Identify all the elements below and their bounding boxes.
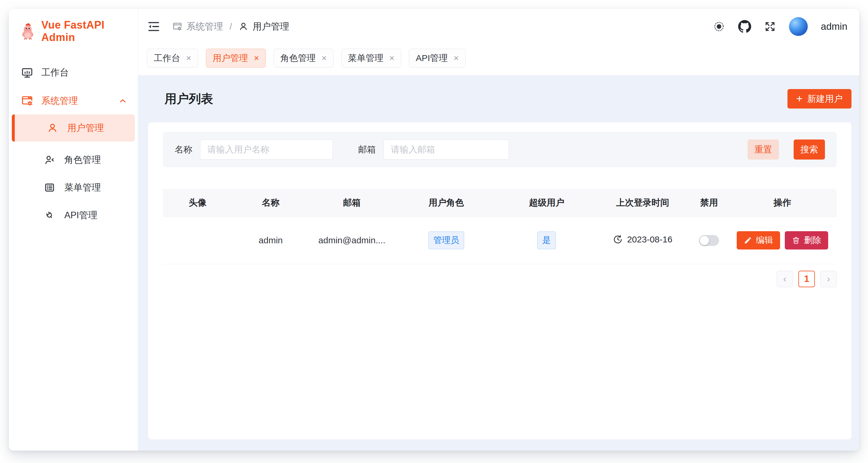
reset-button[interactable]: 重置	[748, 139, 779, 160]
tab-roles[interactable]: 角色管理 ×	[274, 49, 334, 68]
tab-menus[interactable]: 菜单管理 ×	[341, 49, 402, 68]
name-filter-input[interactable]	[200, 139, 333, 160]
cell-avatar	[163, 217, 232, 264]
col-avatar: 头像	[163, 189, 232, 217]
breadcrumb-item-users[interactable]: 用户管理	[238, 20, 289, 33]
window-gear-icon	[172, 22, 182, 32]
tab-label: 工作台	[154, 52, 180, 64]
sidebar-item-roles[interactable]: 角色管理	[9, 151, 135, 169]
main-area: 系统管理 / 用户管理	[138, 9, 859, 451]
col-actions: 操作	[728, 189, 837, 217]
api-plug-icon	[43, 210, 56, 221]
email-filter-label: 邮箱	[358, 144, 376, 156]
sidebar-item-users[interactable]: 用户管理	[12, 114, 135, 141]
theme-toggle-sun-icon[interactable]	[713, 20, 725, 33]
app-window: Vue FastAPI Admin 工作台	[9, 9, 859, 451]
tab-label: 角色管理	[280, 52, 316, 64]
role-icon	[43, 154, 56, 165]
username[interactable]: admin	[821, 21, 847, 32]
close-icon[interactable]: ×	[454, 54, 459, 63]
sidebar-item-label: 菜单管理	[64, 181, 101, 194]
sidebar-item-label: 用户管理	[67, 122, 104, 134]
clock-history-icon	[613, 234, 623, 244]
tab-bar: 工作台 × 用户管理 × 角色管理 × 菜单管理 × API管理 ×	[138, 44, 859, 75]
table-header-row: 头像 名称 邮箱 用户角色 超级用户 上次登录时间 禁用 操作	[163, 189, 837, 217]
cell-role: 管理员	[395, 217, 498, 264]
tab-workbench[interactable]: 工作台 ×	[147, 49, 198, 68]
chevron-up-icon	[118, 96, 127, 105]
cell-actions: 编辑 删除	[728, 217, 837, 264]
tab-label: 菜单管理	[348, 52, 383, 64]
sidebar: Vue FastAPI Admin 工作台	[9, 9, 138, 451]
sidebar-item-label: 工作台	[41, 66, 69, 79]
edit-button[interactable]: 编辑	[737, 231, 780, 250]
topbar-actions: admin	[713, 17, 847, 36]
content-area: 用户列表 + 新建用户 名称 邮箱 重置 搜索	[138, 75, 859, 451]
prev-page-button[interactable]: ‹	[777, 271, 793, 287]
sidebar-item-system[interactable]: 系统管理	[9, 91, 135, 110]
cell-disabled	[690, 217, 728, 264]
trash-icon	[792, 236, 800, 244]
screenshot-canvas: Vue FastAPI Admin 工作台	[0, 0, 868, 463]
role-badge: 管理员	[428, 232, 464, 249]
page-header: 用户列表 + 新建用户	[148, 75, 851, 122]
user-icon	[46, 122, 59, 134]
col-name: 名称	[232, 189, 309, 217]
page-title: 用户列表	[165, 91, 213, 107]
user-icon	[238, 22, 248, 32]
col-superuser: 超级用户	[498, 189, 595, 217]
name-filter-label: 名称	[175, 144, 192, 156]
next-page-button[interactable]: ›	[820, 271, 837, 287]
col-last-login: 上次登录时间	[595, 189, 690, 217]
new-user-button[interactable]: + 新建用户	[787, 89, 851, 108]
tab-api[interactable]: API管理 ×	[409, 49, 466, 68]
close-icon[interactable]: ×	[321, 54, 327, 63]
tab-users[interactable]: 用户管理 ×	[206, 49, 266, 68]
sidebar-item-workbench[interactable]: 工作台	[9, 63, 135, 82]
topbar: 系统管理 / 用户管理	[138, 9, 859, 44]
email-filter-input[interactable]	[383, 139, 509, 160]
breadcrumb-separator: /	[228, 22, 234, 32]
sidebar-collapse-icon[interactable]	[147, 20, 160, 33]
cell-email: admin@admin....	[309, 217, 395, 264]
cell-last-login: 2023-08-16	[595, 217, 690, 264]
sidebar-item-label: API管理	[64, 209, 97, 222]
delete-button[interactable]: 删除	[785, 231, 828, 250]
superuser-badge: 是	[537, 232, 556, 249]
breadcrumb: 系统管理 / 用户管理	[172, 20, 289, 33]
table-row: admin admin@admin.... 管理员 是	[163, 217, 837, 264]
avatar[interactable]	[789, 17, 808, 36]
logo[interactable]: Vue FastAPI Admin	[9, 9, 138, 44]
sidebar-item-api[interactable]: API管理	[9, 206, 135, 225]
chick-logo-icon	[20, 23, 35, 39]
cell-name: admin	[232, 217, 309, 264]
close-icon[interactable]: ×	[390, 54, 395, 63]
menu-list-icon	[43, 182, 56, 193]
breadcrumb-item-system[interactable]: 系统管理	[172, 20, 223, 33]
close-icon[interactable]: ×	[186, 54, 191, 63]
breadcrumb-label: 系统管理	[186, 20, 223, 33]
breadcrumb-label: 用户管理	[253, 20, 289, 33]
sidebar-item-menus[interactable]: 菜单管理	[9, 178, 135, 197]
close-icon[interactable]: ×	[254, 54, 259, 63]
search-button[interactable]: 搜索	[794, 139, 825, 160]
plus-icon: +	[796, 94, 803, 104]
monitor-icon	[21, 66, 34, 79]
sidebar-menu: 工作台 系统管理	[9, 63, 138, 225]
tab-label: API管理	[416, 52, 447, 64]
col-role: 用户角色	[395, 189, 498, 217]
current-page-button[interactable]: 1	[798, 271, 815, 287]
disabled-toggle[interactable]	[699, 235, 719, 246]
tab-label: 用户管理	[213, 52, 248, 64]
github-icon[interactable]	[738, 20, 751, 33]
col-disabled: 禁用	[690, 189, 728, 217]
app-title: Vue FastAPI Admin	[41, 19, 138, 44]
col-email: 邮箱	[309, 189, 395, 217]
fullscreen-icon[interactable]	[764, 21, 776, 32]
users-table: 头像 名称 邮箱 用户角色 超级用户 上次登录时间 禁用 操作	[163, 189, 837, 264]
pencil-icon	[744, 236, 752, 244]
window-gear-icon	[21, 95, 34, 107]
user-list-card: 名称 邮箱 重置 搜索	[148, 122, 851, 439]
cell-superuser: 是	[498, 217, 595, 264]
sidebar-item-label: 角色管理	[64, 154, 101, 166]
